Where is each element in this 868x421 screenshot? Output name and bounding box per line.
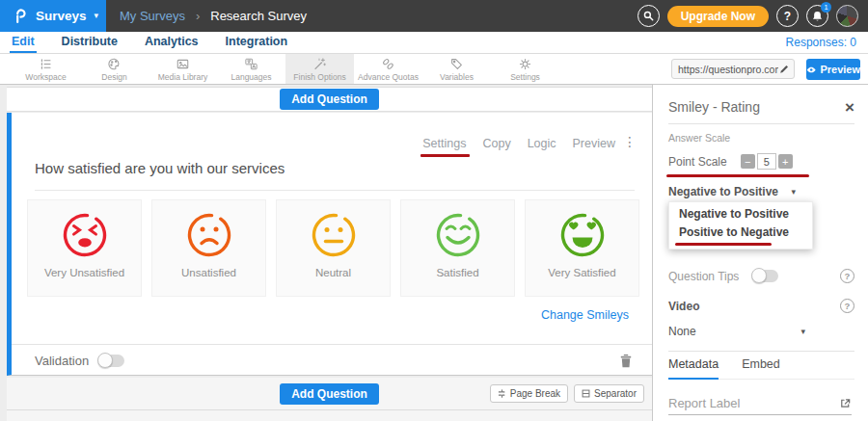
point-scale-stepper: − 5 + <box>741 153 793 170</box>
toolbar-languages[interactable]: Languages <box>217 54 285 84</box>
metadata-divider <box>668 351 854 352</box>
survey-nav: Edit Distribute Analytics Integration Re… <box>0 32 868 54</box>
search-icon <box>643 11 654 21</box>
satisfied-smiley-icon <box>433 210 483 260</box>
tab-distribute[interactable]: Distribute <box>60 32 120 53</box>
tab-integration[interactable]: Integration <box>224 32 290 53</box>
video-row: Video ? <box>668 299 854 313</box>
very-unsatisfied-smiley-icon <box>60 210 110 260</box>
upgrade-now-button[interactable]: Upgrade Now <box>667 6 769 27</box>
preview-button[interactable]: Preview <box>806 59 860 80</box>
add-question-button-top[interactable]: Add Question <box>280 89 379 110</box>
separator-icon <box>582 389 590 398</box>
question-tab-settings[interactable]: Settings <box>422 137 466 150</box>
product-switcher[interactable]: Surveys ▾ <box>0 0 106 32</box>
search-button[interactable] <box>637 5 660 27</box>
question-tab-logic[interactable]: Logic <box>528 137 556 150</box>
expand-icon[interactable] <box>839 397 852 409</box>
delete-question-button[interactable] <box>619 353 633 368</box>
main-area: Add Question Settings Copy Logic Preview… <box>0 85 868 421</box>
question-title-underline <box>35 190 635 191</box>
editor-toolbar: Workspace Design Media Library Languages <box>0 54 868 85</box>
video-label: Video <box>668 300 699 313</box>
answer-scale-label: Answer Scale <box>668 132 854 144</box>
option-positive-to-negative[interactable]: Positive to Negative <box>669 224 812 242</box>
tab-embed[interactable]: Embed <box>742 357 780 380</box>
tab-analytics[interactable]: Analytics <box>143 32 201 53</box>
panel-divider <box>668 123 854 124</box>
unsatisfied-smiley-icon <box>184 210 234 260</box>
validation-row: Validation <box>12 345 652 376</box>
smiley-option-neutral[interactable]: Neutral <box>276 199 391 297</box>
toolbar-finish-options[interactable]: Finish Options <box>285 54 354 84</box>
point-scale-label: Point Scale <box>668 155 727 169</box>
responses-count[interactable]: Responses: 0 <box>786 36 868 49</box>
toolbar-variables[interactable]: Variables <box>422 54 491 84</box>
notifications-button[interactable]: 1 <box>806 5 828 27</box>
eye-icon <box>806 66 816 74</box>
survey-url-box[interactable] <box>671 59 795 79</box>
question-tips-help-icon[interactable]: ? <box>840 269 854 283</box>
kebab-menu-icon[interactable]: ⋮ <box>623 134 637 149</box>
user-avatar[interactable] <box>836 5 858 27</box>
very-satisfied-smiley-icon <box>557 210 608 260</box>
add-question-band-bottom: Add Question Page Break Sepa <box>7 378 652 421</box>
chain-link-icon <box>381 57 395 71</box>
point-scale-row: Point Scale − 5 + <box>668 153 854 170</box>
option-negative-to-positive[interactable]: Negative to Positive <box>669 205 812 224</box>
question-tips-row: Question Tips ? <box>668 269 854 283</box>
smiley-option-unsatisfied[interactable]: Unsatisfied <box>151 199 266 297</box>
video-select[interactable]: None ▾ <box>668 325 805 338</box>
tab-metadata[interactable]: Metadata <box>668 357 719 380</box>
help-button[interactable]: ? <box>776 5 799 27</box>
toolbar-advance-quotas[interactable]: Advance Quotas <box>354 54 422 84</box>
smiley-options-row: Very Unsatisfied Unsatisfied <box>27 199 639 297</box>
smiley-option-very-satisfied[interactable]: Very Satisfied <box>525 199 639 297</box>
chevron-down-icon: ▾ <box>95 12 99 20</box>
separator-button[interactable]: Separator <box>574 384 644 403</box>
question-tab-preview[interactable]: Preview <box>573 137 615 150</box>
survey-canvas: Add Question Settings Copy Logic Preview… <box>0 85 652 421</box>
validation-label: Validation <box>35 354 89 368</box>
validation-toggle[interactable] <box>98 355 124 367</box>
close-icon[interactable]: × <box>845 99 854 116</box>
panel-header: Smiley - Rating × <box>668 98 854 116</box>
breadcrumb-separator-icon: › <box>196 9 200 23</box>
toolbar-settings[interactable]: Settings <box>491 54 559 84</box>
smiley-option-very-unsatisfied[interactable]: Very Unsatisfied <box>27 199 142 297</box>
question-title[interactable]: How satisfied are you with our services <box>35 160 285 176</box>
chevron-down-icon: ▾ <box>791 187 796 197</box>
report-label-input[interactable] <box>668 396 813 410</box>
toolbar-design[interactable]: Design <box>80 54 149 84</box>
toolbar-media-library[interactable]: Media Library <box>149 54 217 84</box>
topbar: Surveys ▾ My Surveys › Research Survey U… <box>0 0 868 32</box>
tab-edit[interactable]: Edit <box>10 32 37 53</box>
decrease-button[interactable]: − <box>741 154 755 169</box>
breadcrumb-current-survey: Research Survey <box>210 9 307 23</box>
page-break-button[interactable]: Page Break <box>490 384 568 403</box>
video-help-icon[interactable]: ? <box>840 299 854 313</box>
product-name: Surveys <box>36 9 87 23</box>
increase-button[interactable]: + <box>778 154 793 169</box>
bell-icon <box>812 11 823 22</box>
image-icon <box>176 57 190 71</box>
scale-direction-dropdown: Negative to Positive Positive to Negativ… <box>668 201 813 250</box>
scale-direction-select[interactable]: Negative to Positive ▾ <box>668 185 796 198</box>
page-break-icon <box>498 389 506 398</box>
video-select-value: None <box>668 325 696 338</box>
metadata-tabs: Metadata Embed <box>668 357 854 380</box>
add-question-button-bottom[interactable]: Add Question <box>280 383 379 405</box>
questionpro-logo <box>13 8 28 24</box>
question-tab-copy[interactable]: Copy <box>482 137 510 150</box>
pencil-icon[interactable] <box>778 64 790 75</box>
breadcrumb-my-surveys[interactable]: My Surveys <box>120 9 185 23</box>
toolbar-workspace[interactable]: Workspace <box>12 54 80 84</box>
smiley-option-satisfied[interactable]: Satisfied <box>400 199 515 297</box>
change-smileys-link[interactable]: Change Smileys <box>541 308 629 322</box>
question-tips-toggle[interactable] <box>752 270 778 282</box>
magic-wand-icon <box>312 57 327 71</box>
survey-url-input[interactable] <box>678 64 778 75</box>
report-label-field <box>668 396 852 415</box>
panel-title: Smiley - Rating <box>668 99 760 115</box>
topbar-actions: Upgrade Now ? 1 <box>637 5 858 27</box>
